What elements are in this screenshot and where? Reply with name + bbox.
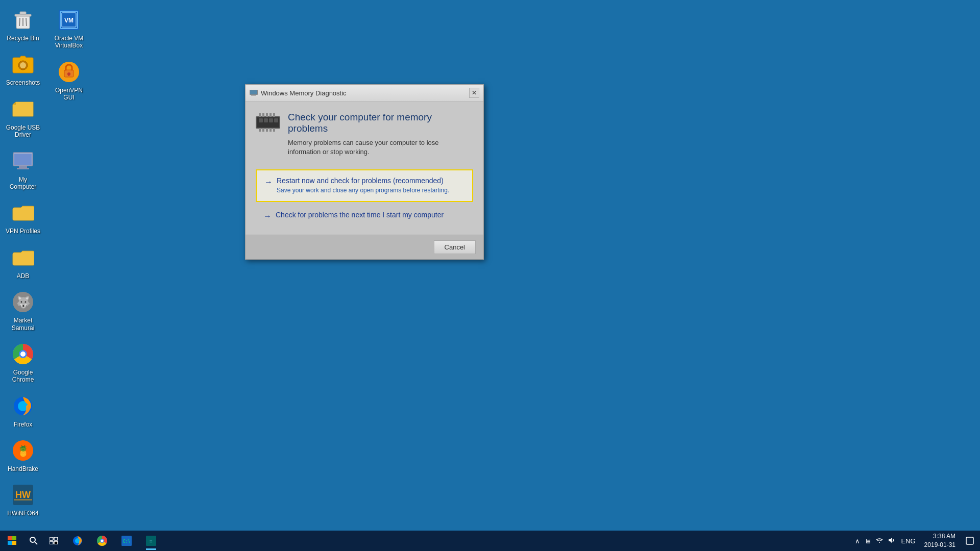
svg-rect-48 <box>273 128 275 132</box>
taskbar-start-button[interactable] <box>0 531 24 551</box>
option1-text: Restart now and check for problems (reco… <box>277 177 464 195</box>
svg-rect-43 <box>273 113 275 117</box>
svg-rect-55 <box>8 541 12 545</box>
option2-text: Check for problems the next time I start… <box>276 211 465 221</box>
svg-rect-39 <box>259 113 261 117</box>
svg-rect-52 <box>274 118 278 122</box>
taskbar-task-view-button[interactable] <box>42 531 65 551</box>
dialog-content: Check your computer for memory problems … <box>246 102 483 169</box>
svg-rect-59 <box>50 537 53 540</box>
tray-wifi-icon[interactable] <box>874 536 885 546</box>
windows-memory-diagnostic-dialog: Windows Memory Diagnostic ✕ <box>245 84 484 260</box>
taskbar-search-button[interactable] <box>24 531 42 551</box>
svg-rect-36 <box>251 95 256 96</box>
svg-line-58 <box>35 542 37 544</box>
option1-title[interactable]: Restart now and check for problems (reco… <box>277 177 464 185</box>
dialog-main-title: Check your computer for memory problems <box>288 112 473 134</box>
svg-rect-44 <box>259 128 261 132</box>
taskbar-pin-cmd[interactable]: C:\ <box>114 531 139 551</box>
taskbar: C:\ ≡ ∧ 🖥 <box>0 531 980 551</box>
svg-rect-56 <box>12 541 16 545</box>
dialog-title-text: Windows Memory Diagnostic <box>261 89 347 97</box>
option2-link: → Check for problems the next time I sta… <box>263 211 465 221</box>
svg-text:≡: ≡ <box>150 538 153 544</box>
dialog-description: Memory problems can cause your computer … <box>288 138 473 157</box>
svg-rect-53 <box>8 536 12 540</box>
tray-volume-icon[interactable] <box>886 536 896 546</box>
dialog-header: Check your computer for memory problems … <box>256 112 473 157</box>
svg-rect-47 <box>270 128 272 132</box>
svg-rect-45 <box>262 128 264 132</box>
dialog-header-icon <box>256 113 280 136</box>
dialog-titlebar: Windows Memory Diagnostic ✕ <box>246 85 483 102</box>
taskbar-pin-app4[interactable]: ≡ <box>139 531 163 551</box>
dialog-option-restart-now[interactable]: → Restart now and check for problems (re… <box>256 169 473 202</box>
svg-rect-62 <box>54 541 58 544</box>
dialog-overlay: Windows Memory Diagnostic ✕ <box>0 0 980 510</box>
taskbar-notification-button[interactable] <box>962 531 977 551</box>
dialog-close-button[interactable]: ✕ <box>469 88 479 98</box>
svg-rect-50 <box>264 118 268 122</box>
dialog-title-left: Windows Memory Diagnostic <box>250 88 347 98</box>
desktop: Recycle Bin Screenshots Google USB D <box>0 0 980 531</box>
svg-rect-51 <box>269 118 273 122</box>
option2-arrow: → <box>263 212 272 221</box>
language-indicator[interactable]: ENG <box>899 536 917 546</box>
taskbar-right: ∧ 🖥 ENG 3:38 AM 2019-01-31 <box>853 531 980 551</box>
taskbar-pin-chrome[interactable] <box>90 531 114 551</box>
svg-rect-61 <box>50 541 53 544</box>
clock-date: 2019-01-31 <box>924 541 955 549</box>
svg-rect-49 <box>259 118 263 122</box>
clock-time: 3:38 AM <box>933 532 955 541</box>
option1-subtitle: Save your work and close any open progra… <box>277 187 464 195</box>
taskbar-system-tray: ∧ 🖥 <box>853 536 896 546</box>
option1-link: → Restart now and check for problems (re… <box>264 177 464 195</box>
cancel-button[interactable]: Cancel <box>434 240 476 254</box>
dialog-footer: Cancel <box>246 235 483 259</box>
svg-point-57 <box>30 537 35 542</box>
svg-rect-35 <box>250 90 257 94</box>
option1-arrow: → <box>264 178 273 187</box>
dialog-header-text: Check your computer for memory problems … <box>288 112 473 157</box>
svg-text:C:\: C:\ <box>123 539 131 544</box>
tray-chevron[interactable]: ∧ <box>853 536 862 546</box>
svg-rect-42 <box>270 113 272 117</box>
svg-rect-54 <box>12 536 16 540</box>
svg-rect-73 <box>966 537 973 544</box>
option2-title[interactable]: Check for problems the next time I start… <box>276 211 465 219</box>
dialog-title-icon <box>250 88 258 98</box>
taskbar-pinned-apps: C:\ ≡ <box>65 531 163 551</box>
svg-rect-46 <box>266 128 268 132</box>
svg-rect-41 <box>266 113 268 117</box>
svg-rect-40 <box>262 113 264 117</box>
tray-network-icon[interactable]: 🖥 <box>863 536 873 546</box>
hwinfo64-label: HWiNFO64 <box>7 510 38 517</box>
dialog-options: → Restart now and check for problems (re… <box>246 169 483 235</box>
taskbar-clock[interactable]: 3:38 AM 2019-01-31 <box>920 532 960 549</box>
svg-point-68 <box>101 540 104 542</box>
taskbar-pin-firefox[interactable] <box>65 531 90 551</box>
dialog-option-check-next[interactable]: → Check for problems the next time I sta… <box>256 205 473 227</box>
svg-rect-60 <box>54 537 58 540</box>
